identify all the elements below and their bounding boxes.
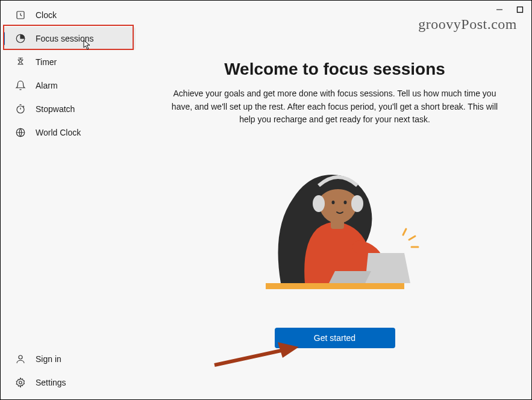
sidebar-item-label: Focus sessions: [36, 34, 93, 43]
sidebar: Clock Focus sessions Timer Alarm: [1, 1, 138, 399]
world-clock-icon: [15, 127, 26, 138]
main-content: groovyPost.com Welcome to focus sessions…: [138, 1, 531, 399]
illustration-person-laptop: [248, 157, 422, 298]
sidebar-item-stopwatch[interactable]: Stopwatch: [3, 98, 136, 120]
svg-line-17: [403, 229, 406, 235]
svg-point-13: [351, 195, 363, 212]
svg-point-4: [19, 355, 22, 359]
sidebar-item-timer[interactable]: Timer: [3, 51, 136, 73]
timer-icon: [15, 57, 26, 67]
svg-rect-8: [266, 283, 404, 289]
sidebar-item-label: Stopwatch: [36, 104, 75, 114]
sidebar-item-label: Alarm: [36, 81, 58, 90]
sidebar-item-alarm[interactable]: Alarm: [3, 74, 136, 97]
sidebar-item-label: Settings: [36, 378, 66, 387]
focus-icon: [15, 33, 26, 44]
svg-rect-7: [518, 7, 523, 13]
sidebar-item-focus-sessions[interactable]: Focus sessions: [3, 27, 136, 50]
alarm-icon: [15, 80, 26, 91]
svg-point-14: [331, 201, 334, 204]
cta-button-label: Get started: [314, 333, 355, 343]
page-description: Achieve your goals and get more done wit…: [166, 87, 504, 127]
sidebar-item-label: World Clock: [36, 128, 81, 137]
sidebar-item-settings[interactable]: Settings: [3, 371, 136, 394]
minimize-button[interactable]: [495, 5, 504, 14]
titlebar-controls: [495, 5, 524, 14]
page-heading: Welcome to focus sessions: [166, 60, 504, 79]
watermark: groovyPost.com: [418, 16, 517, 33]
sidebar-item-sign-in[interactable]: Sign in: [3, 348, 136, 370]
clock-icon: [15, 10, 26, 20]
sidebar-item-world-clock[interactable]: World Clock: [3, 121, 136, 144]
svg-point-5: [19, 381, 22, 384]
gear-icon: [15, 377, 26, 388]
svg-line-18: [409, 236, 415, 240]
stopwatch-icon: [15, 104, 26, 114]
sidebar-item-label: Sign in: [36, 354, 61, 364]
user-icon: [15, 354, 26, 364]
svg-point-15: [343, 201, 346, 204]
sidebar-item-clock[interactable]: Clock: [3, 4, 136, 27]
sidebar-item-label: Timer: [36, 57, 57, 67]
get-started-button[interactable]: Get started: [275, 328, 395, 348]
maximize-button[interactable]: [516, 5, 524, 14]
svg-point-12: [313, 195, 325, 212]
sidebar-item-label: Clock: [36, 10, 57, 20]
